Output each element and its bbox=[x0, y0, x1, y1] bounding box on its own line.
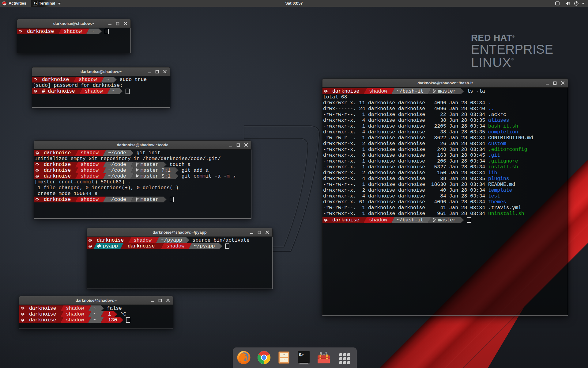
svg-text:$>: $> bbox=[34, 2, 37, 5]
svg-text:$>: $> bbox=[299, 353, 304, 357]
